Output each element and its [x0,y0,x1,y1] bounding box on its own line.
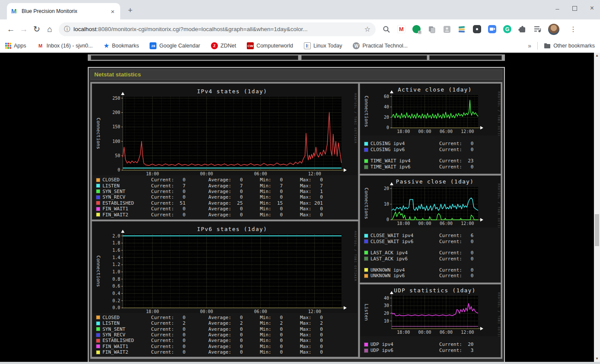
svg-text:00:00: 00:00 [418,129,431,134]
svg-text:1.8: 1.8 [112,241,120,245]
maximize-button[interactable] [572,6,577,11]
active-close-graph[interactable]: 020406018:0000:0006:0012:00Active close … [360,84,501,136]
legend-swatch [96,327,100,331]
svg-text:18:00: 18:00 [397,221,410,226]
address-bar[interactable]: ⓘ localhost:8080/monitorix-cgi/monitorix… [59,22,376,36]
browser-window: M Blue Precision Monitorix × + – × ← → ↻… [0,0,600,364]
legend-swatch [96,207,100,211]
svg-text:18:00: 18:00 [397,129,410,134]
playlist-extension-icon[interactable] [533,25,542,34]
svg-text:18:00: 18:00 [146,171,159,175]
legend-swatch [96,345,100,348]
legend-swatch [364,257,368,260]
legend-text: CLOSED Current: 0 Average: 0 Min: 0 Max:… [102,315,323,320]
page-info-icon[interactable]: ⓘ [64,25,70,33]
video-meet-extension-icon[interactable] [488,25,497,34]
flashlight-extension-icon[interactable] [472,25,482,34]
legend-text: FIN_WAIT2 Current: 0 Average: 0 Min: 0 M… [102,349,323,355]
legend-swatch [364,159,368,163]
legend-text: TIME_WAIT ipv4 Current: 23 [370,158,473,164]
browser-tab[interactable]: M Blue Precision Monitorix × [7,3,120,19]
legend-row: UDP ipv4 Current: 20 [364,342,501,348]
legend-row: ESTABLISHED Current: 0 Average: 0 Min: 0… [96,338,358,343]
minimize-button[interactable]: – [555,5,559,12]
window-close-button[interactable]: × [590,4,594,12]
scrollbar-thumb[interactable] [595,214,599,246]
books-extension-icon[interactable] [457,25,466,34]
reload-button[interactable]: ↻ [30,24,43,34]
svg-text:0.2: 0.2 [112,298,120,303]
tab-title: Blue Precision Monitorix [22,8,106,14]
legend-text: TIME_WAIT ipv6 Current: 0 [370,164,473,170]
svg-text:40: 40 [384,104,389,109]
legend-group: TIME_WAIT ipv4 Current: 23TIME_WAIT ipv6… [364,158,501,170]
back-button[interactable]: ← [4,25,17,34]
bookmark-zdnet[interactable]: Z ZDNet [211,42,236,49]
ipv6-states-graph[interactable]: 0.00.20.40.60.81.01.21.41.61.82.018:0000… [92,222,358,313]
svg-text:Listen: Listen [364,304,369,321]
bookmarks-overflow-chevron[interactable]: » [528,42,531,49]
svg-text:18:00: 18:00 [397,330,410,335]
gmail-extension-icon[interactable]: M [397,25,406,34]
bookmark-bookmarks[interactable]: ★ Bookmarks [104,42,139,50]
svg-text:06:00: 06:00 [254,171,267,175]
ipv4-states-legend: CLOSED Current: 0 Average: 0 Min: 0 Max:… [92,175,358,219]
legend-row: FIN_WAIT1 Current: 0 Average: 0 Min: 0 M… [96,344,358,349]
svg-text:0.8: 0.8 [112,276,120,281]
person-extension-icon[interactable] [442,25,451,34]
svg-text:06:00: 06:00 [254,309,267,313]
other-bookmarks-button[interactable]: Other bookmarks [544,43,595,49]
scrollbar-up-arrow[interactable]: ▲ [594,53,600,59]
profile-avatar[interactable] [548,24,559,35]
udp-statistics-graph[interactable]: 1020304018:0000:0006:0012:00UDP statisti… [360,285,501,336]
page-scrollbar[interactable]: ▲ ▼ [594,53,600,362]
ipv4-states-graph[interactable]: 05010015020025018:0000:0006:0012:00IPv4 … [92,84,358,175]
url-path: :8080/monitorix-cgi/monitorix.cgi?mode=l… [96,26,307,32]
legend-text: ESTABLISHED Current: 51 Average: 25 Min:… [102,200,323,206]
legend-group: CLOSING ipv4 Current: 0CLOSING ipv6 Curr… [364,141,501,153]
scrollbar-down-arrow[interactable]: ▼ [594,356,600,362]
bookmark-apps[interactable]: Apps [5,43,26,49]
bookmark-computerworld[interactable]: CW Computerworld [247,42,293,49]
legend-text: CLOSE_WAIT ipv6 Current: 0 [370,239,473,244]
browser-menu-icon[interactable]: ⋮ [570,25,577,33]
svg-text:Passive close (1day): Passive close (1day) [396,178,474,185]
home-button[interactable]: ⌂ [43,25,56,34]
voice-extension-icon[interactable]: ? [412,25,421,34]
svg-text:00:00: 00:00 [200,309,213,313]
new-tab-button[interactable]: + [128,6,133,15]
legend-text: SYN_SENT Current: 0 Average: 0 Min: 0 Ma… [102,326,323,332]
extensions-puzzle-icon[interactable] [518,25,527,34]
bookmark-linux-today[interactable]: lt Linux Today [304,42,342,49]
legend-text: FIN_WAIT1 Current: 0 Average: 0 Min: 0 M… [102,206,323,212]
passive-close-graph[interactable]: 0102018:0000:0006:0012:00Passive close (… [360,176,501,228]
bookmark-practical-technology[interactable]: W Practical Technol... [353,42,408,49]
svg-text:00:00: 00:00 [418,221,431,226]
bookmark-star-icon[interactable]: ☆ [364,25,370,33]
svg-text:RRDTOOL / TOBI OETIKER: RRDTOOL / TOBI OETIKER [354,231,357,282]
svg-text:12:00: 12:00 [461,221,474,226]
legend-row: SYN_RECV Current: 0 Average: 0 Min: 0 Ma… [96,194,358,200]
svg-text:20: 20 [384,186,389,190]
grammarly-extension-icon[interactable]: G [503,25,512,34]
svg-text:1.0: 1.0 [112,269,120,274]
legend-swatch [364,148,368,152]
legend-text: LAST_ACK ipv6 Current: 0 [370,256,473,262]
svg-text:0: 0 [386,217,389,222]
forward-button[interactable]: → [17,25,30,34]
legend-text: SYN_RECV Current: 0 Average: 0 Min: 0 Ma… [102,332,323,338]
bookmark-google-calendar[interactable]: 28 Google Calendar [150,42,200,49]
folder-icon [544,43,551,49]
browser-toolbar: ← → ↻ ⌂ ⓘ localhost:8080/monitorix-cgi/m… [0,19,600,39]
tab-close-icon[interactable]: × [109,8,116,15]
linux-today-icon: lt [304,42,311,49]
legend-row: UDP ipv6 Current: 3 [364,348,501,354]
active-close-legend: CLOSING ipv4 Current: 0CLOSING ipv6 Curr… [360,136,501,174]
search-extension-icon[interactable] [382,25,391,34]
svg-text:0: 0 [386,125,389,130]
copy-extension-icon[interactable] [427,25,436,34]
legend-group: UDP ipv4 Current: 20UDP ipv6 Current: 3 [364,342,501,354]
url-host: localhost [73,26,96,32]
legend-row: SYN_SENT Current: 0 Average: 0 Min: 0 Ma… [96,189,358,194]
bookmark-inbox[interactable]: M Inbox (16) - sjvn0... [37,42,93,49]
